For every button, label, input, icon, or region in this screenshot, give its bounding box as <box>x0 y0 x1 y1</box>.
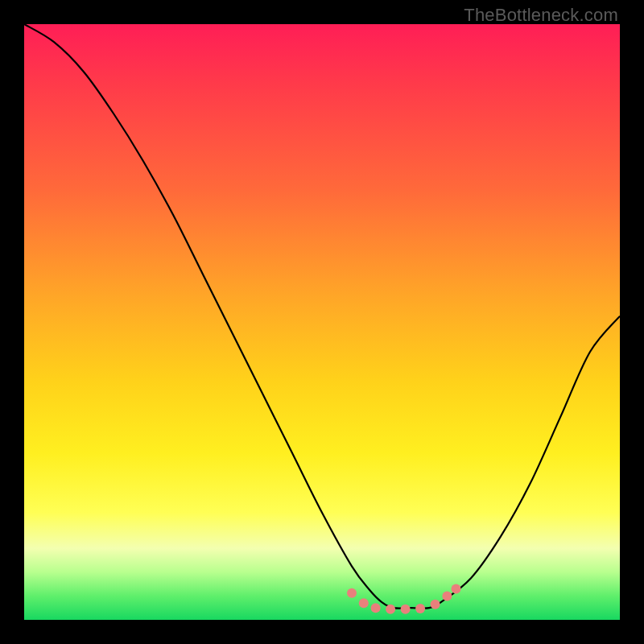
trough-marker <box>415 604 425 613</box>
trough-markers <box>347 584 461 614</box>
trough-marker <box>359 598 369 608</box>
plot-area <box>24 24 620 620</box>
trough-marker <box>452 584 461 594</box>
bottleneck-curve <box>24 24 620 609</box>
trough-marker <box>442 591 452 601</box>
trough-marker <box>431 600 440 609</box>
trough-marker <box>401 605 411 614</box>
trough-marker <box>371 603 381 613</box>
trough-marker <box>386 605 395 614</box>
trough-marker <box>347 588 357 598</box>
watermark: TheBottleneck.com <box>464 5 618 26</box>
chart-frame: TheBottleneck.com <box>0 0 644 644</box>
curve-svg <box>24 24 620 620</box>
